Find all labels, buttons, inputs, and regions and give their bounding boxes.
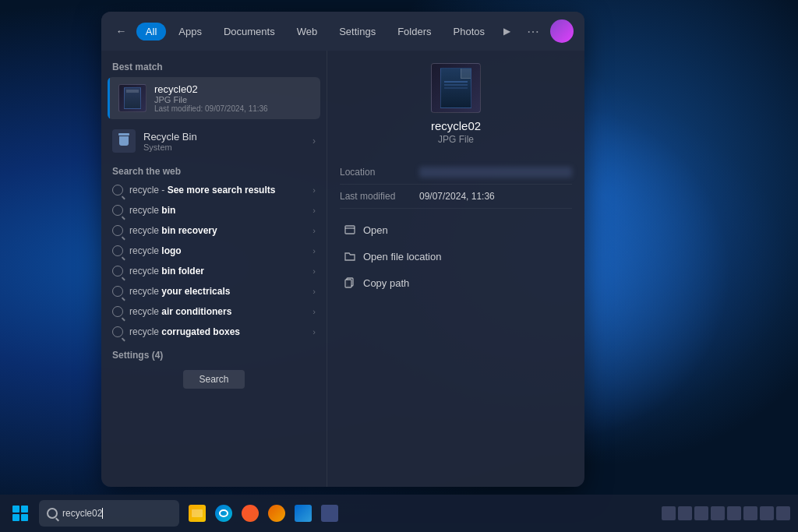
location-value-blurred [419,167,572,178]
right-panel: recycle02 JPG File Location Last modifie… [327,51,584,487]
filter-tab-photos[interactable]: Photos [444,23,494,41]
user-avatar[interactable] [550,19,574,43]
filter-tab-folders[interactable]: Folders [388,23,440,41]
recycle-bin-result[interactable]: Recycle Bin System › [101,124,327,158]
search-button-wrap: Search [101,364,327,395]
search-content: Best match recycle02 JPG File Last modif… [101,51,584,487]
result-info: Recycle Bin System [143,131,305,152]
search-topbar: ← All Apps Documents Web Settings Folder… [101,12,584,51]
web-arrow-0: › [312,185,316,195]
selected-indicator [108,77,110,119]
open-location-action[interactable]: Open file location [340,245,572,268]
file-details: Location Last modified 09/07/2024, 11:36 [340,160,572,209]
taskbar-app6[interactable] [318,502,341,525]
web-arrow-1: › [312,206,316,215]
open-location-label: Open file location [363,251,441,262]
last-modified-row: Last modified 09/07/2024, 11:36 [340,185,572,209]
taskbar-explorer[interactable] [185,502,209,525]
filter-tab-web[interactable]: Web [288,23,327,41]
topbar-right [550,19,574,43]
file-large-thumb-inner [440,68,471,108]
location-label: Location [340,167,410,178]
web-arrow-2: › [312,226,316,235]
recycle-bin-icon [112,129,136,153]
web-text-1: recycle bin [129,205,306,216]
search-icon-7 [112,326,123,337]
search-icon-2 [112,225,123,236]
search-icon-1 [112,205,123,216]
search-icon-6 [112,306,123,317]
taskbar-app5[interactable] [291,502,315,525]
taskbar-sys-icon3[interactable] [694,506,708,520]
taskbar-sys-icon6[interactable] [743,506,757,520]
filter-tab-apps[interactable]: Apps [169,23,211,41]
more-filters-button[interactable]: ⋯ [522,23,544,41]
filter-tabs: All Apps Documents Web Settings Folders … [136,22,544,41]
filter-tab-all[interactable]: All [136,23,166,41]
web-item-0[interactable]: recycle - See more search results › [101,180,327,200]
web-item-5[interactable]: recycle your electricals › [101,281,327,301]
best-match-info: recycle02 JPG File Last modified: 09/07/… [154,83,309,113]
best-match-label: Best match [101,62,327,77]
taskbar-edge[interactable] [212,502,235,525]
copy-path-action[interactable]: Copy path [340,271,572,294]
web-text-5: recycle your electricals [129,286,306,297]
left-panel: Best match recycle02 JPG File Last modif… [101,51,327,487]
file-large-thumbnail [431,63,481,113]
svg-rect-2 [345,280,351,287]
taskbar-right [662,506,790,520]
web-arrow-4: › [312,266,316,276]
best-match-item[interactable]: recycle02 JPG File Last modified: 09/07/… [108,77,320,119]
taskbar-sys-icon1[interactable] [662,506,676,520]
copy-path-label: Copy path [363,277,409,289]
folder-icon [343,249,357,263]
copy-icon [343,276,357,290]
taskbar-firefox[interactable] [265,502,288,525]
win-logo-sq4 [21,514,28,521]
taskbar-search-box[interactable]: recycle02 [39,500,179,527]
start-button[interactable] [8,501,33,526]
web-item-6[interactable]: recycle air conditioners › [101,301,327,322]
back-button[interactable]: ← [112,20,130,42]
web-item-2[interactable]: recycle bin recovery › [101,220,327,241]
result-sub: System [143,143,305,152]
best-match-type: JPG File [154,95,309,104]
file-preview-type: JPG File [438,134,474,145]
taskbar-sys-icon5[interactable] [727,506,741,520]
settings-section-label: Settings (4) [101,342,327,364]
web-text-3: recycle logo [129,245,306,256]
filter-tab-settings[interactable]: Settings [330,23,385,41]
web-item-1[interactable]: recycle bin › [101,200,327,220]
web-arrow-6: › [312,307,316,316]
taskbar-brave[interactable] [238,502,262,525]
web-item-7[interactable]: recycle corrugated boxes › [101,322,327,342]
search-button[interactable]: Search [183,370,244,389]
play-button[interactable]: ▶ [497,22,516,41]
result-arrow: › [312,136,316,146]
filter-tab-documents[interactable]: Documents [214,23,284,41]
web-text-6: recycle air conditioners [129,306,306,317]
web-section-label: Search the web [101,158,327,180]
web-item-4[interactable]: recycle bin folder › [101,261,327,281]
file-actions: Open Open file location [340,218,572,294]
web-text-0: recycle - See more search results [129,185,306,196]
text-cursor [102,508,103,519]
taskbar-sys-icon2[interactable] [678,506,692,520]
open-action[interactable]: Open [340,218,572,241]
taskbar-sys-icon7[interactable] [760,506,774,520]
rb-icon-shape [116,133,132,149]
search-panel: ← All Apps Documents Web Settings Folder… [101,12,584,487]
file-thumbnail [118,84,147,112]
best-match-date: Last modified: 09/07/2024, 11:36 [154,104,309,113]
svg-rect-0 [345,226,355,234]
web-arrow-3: › [312,246,316,255]
file-preview: recycle02 JPG File [431,63,481,145]
taskbar-search-icon [47,508,58,519]
file-thumb-inner [124,87,141,109]
taskbar-app-icons [185,502,341,525]
web-text-2: recycle bin recovery [129,225,306,236]
web-item-3[interactable]: recycle logo › [101,241,327,261]
web-text-7: recycle corrugated boxes [129,326,306,337]
taskbar-sys-icon4[interactable] [711,506,725,520]
taskbar-sys-icon8[interactable] [776,506,790,520]
